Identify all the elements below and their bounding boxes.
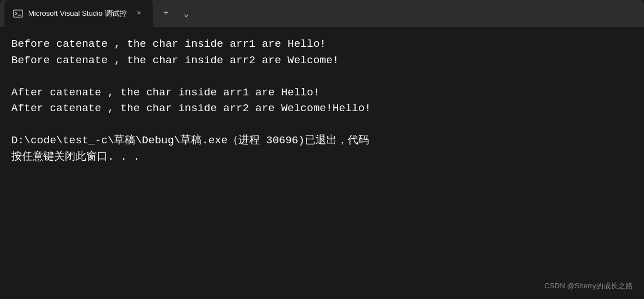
terminal-content: Before catenate , the char inside arr1 a… — [0, 27, 644, 299]
active-tab[interactable]: Microsoft Visual Studio 调试控 × — [5, 0, 153, 27]
title-bar-buttons: + ⌄ — [157, 5, 196, 23]
terminal-line: D:\code\test_-c\草稿\Debug\草稿.exe（进程 30696… — [11, 133, 633, 149]
title-bar: Microsoft Visual Studio 调试控 × + ⌄ — [0, 0, 644, 27]
terminal-line: 按任意键关闭此窗口. . . — [11, 149, 633, 165]
terminal-line: After catenate , the char inside arr1 ar… — [11, 85, 633, 101]
terminal-line: After catenate , the char inside arr2 ar… — [11, 100, 633, 117]
svg-rect-0 — [14, 10, 23, 17]
tab-title: Microsoft Visual Studio 调试控 — [28, 8, 127, 19]
watermark: CSDN @Sherry的成长之路 — [544, 280, 633, 292]
add-tab-button[interactable]: + — [157, 5, 175, 23]
terminal-icon — [12, 8, 24, 19]
terminal-line: Before catenate , the char inside arr2 a… — [11, 52, 633, 69]
tab-close-button[interactable]: × — [134, 8, 145, 19]
dropdown-button[interactable]: ⌄ — [177, 5, 196, 23]
terminal-line: Before catenate , the char inside arr1 a… — [11, 36, 633, 52]
terminal-line-empty — [11, 68, 633, 85]
terminal-line-empty — [11, 117, 633, 133]
terminal-window: Microsoft Visual Studio 调试控 × + ⌄ Before… — [0, 0, 644, 299]
